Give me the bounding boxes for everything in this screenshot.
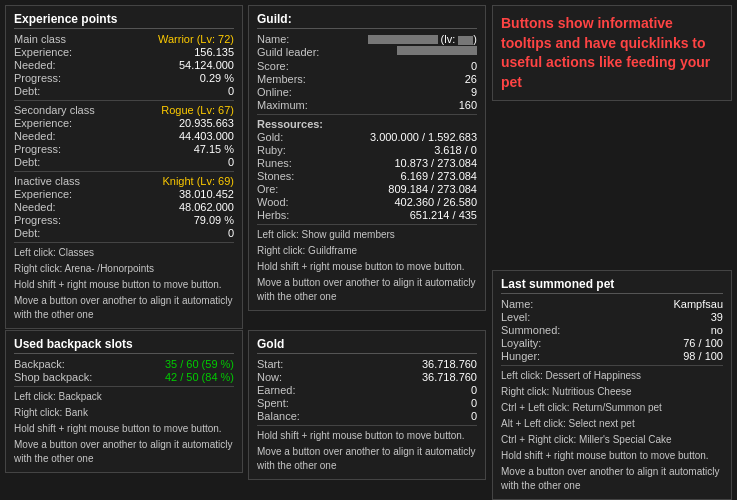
wood-value: 402.360 / 26.580 [394, 196, 477, 208]
pet-name-label: Name: [501, 298, 533, 310]
inact-progress-value: 79.09 % [194, 214, 234, 226]
guild-leader-bar [397, 46, 477, 55]
gold-label: Gold: [257, 131, 283, 143]
pet-panel: Last summoned pet Name: Kampfsau Level: … [492, 270, 732, 500]
pet-loyality-value: 76 / 100 [683, 337, 723, 349]
guild-panel: Guild: Name: (lv: ) Guild leader: Score:… [248, 5, 486, 311]
pet-level-value: 39 [711, 311, 723, 323]
inact-needed-label: Needed: [14, 201, 56, 213]
runes-label: Runes: [257, 157, 292, 169]
main-needed-value: 54.124.000 [179, 59, 234, 71]
ore-label: Ore: [257, 183, 278, 195]
guild-hint4: Move a button over another to align it a… [257, 276, 477, 304]
ore-value: 809.184 / 273.084 [388, 183, 477, 195]
inact-exp-value: 38.010.452 [179, 188, 234, 200]
guild-online-label: Online: [257, 86, 292, 98]
shop-backpack-value: 42 / 50 (84 %) [165, 371, 234, 383]
exp-panel-title: Experience points [14, 12, 234, 29]
guild-hint2: Right click: Guildframe [257, 244, 477, 258]
pet-panel-title: Last summoned pet [501, 277, 723, 294]
sec-exp-label: Experience: [14, 117, 72, 129]
inact-exp-label: Experience: [14, 188, 72, 200]
gold-spent-value: 0 [471, 397, 477, 409]
pet-hint5: Ctrl + Right click: Miller's Special Cak… [501, 433, 723, 447]
guild-score-value: 0 [471, 60, 477, 72]
tooltip-text: Buttons show informative tooltips and ha… [501, 14, 723, 92]
herbs-label: Herbs: [257, 209, 289, 221]
main-debt-value: 0 [228, 85, 234, 97]
runes-value: 10.873 / 273.084 [394, 157, 477, 169]
gold-spent-label: Spent: [257, 397, 289, 409]
pet-hint4: Alt + Left click: Select next pet [501, 417, 723, 431]
gold-panel-title: Gold [257, 337, 477, 354]
gold-balance-value: 0 [471, 410, 477, 422]
ruby-label: Ruby: [257, 144, 286, 156]
exp-hint2: Right click: Arena- /Honorpoints [14, 262, 234, 276]
gold-start-label: Start: [257, 358, 283, 370]
guild-name-lv: (lv: ) [441, 33, 477, 45]
pet-hint6: Hold shift + right mouse button to move … [501, 449, 723, 463]
pet-summoned-label: Summoned: [501, 324, 560, 336]
gold-earned-label: Earned: [257, 384, 296, 396]
backpack-label: Backpack: [14, 358, 65, 370]
gold-earned-value: 0 [471, 384, 477, 396]
exp-hint4: Move a button over another to align it a… [14, 294, 234, 322]
guild-members-value: 26 [465, 73, 477, 85]
guild-hint3: Hold shift + right mouse button to move … [257, 260, 477, 274]
backpack-panel: Used backpack slots Backpack: 35 / 60 (5… [5, 330, 243, 473]
guild-maximum-value: 160 [459, 99, 477, 111]
sec-class-value: Rogue (Lv: 67) [161, 104, 234, 116]
sec-debt-label: Debt: [14, 156, 40, 168]
gold-now-label: Now: [257, 371, 282, 383]
guild-leader-label: Guild leader: [257, 46, 319, 58]
guild-hint1: Left click: Show guild members [257, 228, 477, 242]
inact-class-label: Inactive class [14, 175, 80, 187]
sec-debt-value: 0 [228, 156, 234, 168]
bp-hint2: Right click: Bank [14, 406, 234, 420]
pet-hunger-value: 98 / 100 [683, 350, 723, 362]
wood-label: Wood: [257, 196, 289, 208]
backpack-value: 35 / 60 (59 %) [165, 358, 234, 370]
main-debt-label: Debt: [14, 85, 40, 97]
sec-progress-label: Progress: [14, 143, 61, 155]
guild-name-bar [368, 35, 438, 44]
pet-summoned-value: no [711, 324, 723, 336]
exp-hint1: Left click: Classes [14, 246, 234, 260]
pet-hint7: Move a button over another to align it a… [501, 465, 723, 493]
pet-hint1: Left click: Dessert of Happiness [501, 369, 723, 383]
inact-needed-value: 48.062.000 [179, 201, 234, 213]
gold-panel: Gold Start: 36.718.760 Now: 36.718.760 E… [248, 330, 486, 480]
pet-name-value: Kampfsau [673, 298, 723, 310]
main-progress-label: Progress: [14, 72, 61, 84]
gold-hint1: Hold shift + right mouse button to move … [257, 429, 477, 443]
sec-needed-value: 44.403.000 [179, 130, 234, 142]
gold-hint2: Move a button over another to align it a… [257, 445, 477, 473]
stones-label: Stones: [257, 170, 294, 182]
guild-members-label: Members: [257, 73, 306, 85]
pet-hint3: Ctrl + Left click: Return/Summon pet [501, 401, 723, 415]
main-class-label: Main class [14, 33, 66, 45]
gold-value: 3.000.000 / 1.592.683 [370, 131, 477, 143]
exp-hint3: Hold shift + right mouse button to move … [14, 278, 234, 292]
pet-hint2: Right click: Nutritious Cheese [501, 385, 723, 399]
experience-panel: Experience points Main class Warrior (Lv… [5, 5, 243, 329]
inact-class-value: Knight (Lv: 69) [162, 175, 234, 187]
herbs-value: 651.214 / 435 [410, 209, 477, 221]
pet-loyality-label: Loyality: [501, 337, 541, 349]
main-needed-label: Needed: [14, 59, 56, 71]
sec-exp-value: 20.935.663 [179, 117, 234, 129]
shop-backpack-label: Shop backpack: [14, 371, 92, 383]
ruby-value: 3.618 / 0 [434, 144, 477, 156]
pet-hunger-label: Hunger: [501, 350, 540, 362]
guild-maximum-label: Maximum: [257, 99, 308, 111]
guild-name-label: Name: [257, 33, 289, 45]
tooltip-box: Buttons show informative tooltips and ha… [492, 5, 732, 101]
sec-class-label: Secondary class [14, 104, 95, 116]
pet-level-label: Level: [501, 311, 530, 323]
sec-needed-label: Needed: [14, 130, 56, 142]
guild-panel-title: Guild: [257, 12, 477, 29]
bp-hint1: Left click: Backpack [14, 390, 234, 404]
bp-hint3: Hold shift + right mouse button to move … [14, 422, 234, 436]
main-exp-value: 156.135 [194, 46, 234, 58]
gold-now-value: 36.718.760 [422, 371, 477, 383]
